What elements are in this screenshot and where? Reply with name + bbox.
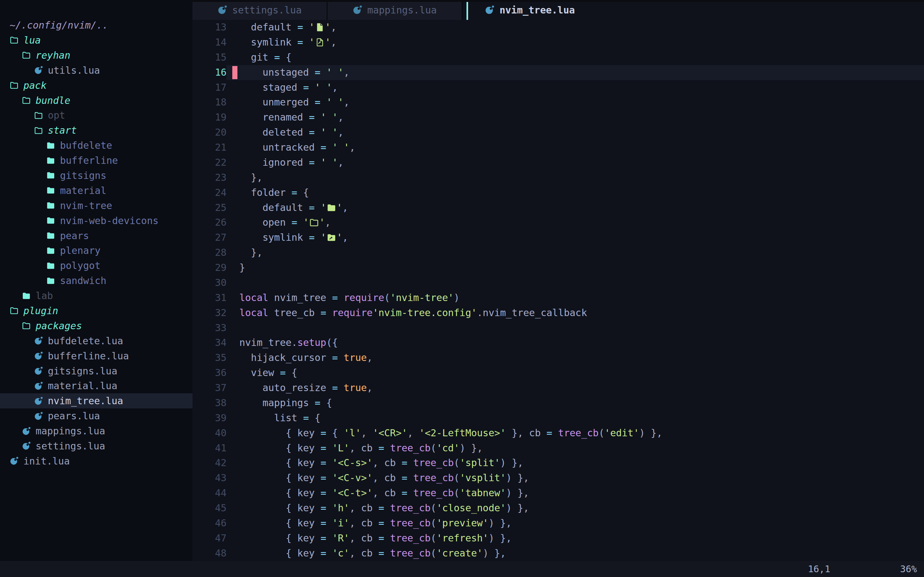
tree-item-start[interactable]: start <box>0 123 192 138</box>
tree-item-bufdelete.lua[interactable]: bufdelete.lua <box>0 334 192 348</box>
tree-item-material[interactable]: material <box>0 183 192 198</box>
tree-root-path[interactable]: ~/.config/nvim/.. <box>0 18 192 33</box>
tab-settings.lua[interactable]: settings.lua <box>192 0 328 20</box>
tree-item-lua[interactable]: lua <box>0 33 192 48</box>
code-line[interactable]: 19 renamed = ' ', <box>192 110 924 125</box>
code-line[interactable]: 38 mappings = { <box>192 396 924 411</box>
code-line[interactable]: 48 { key = 'c', cb = tree_cb('create') }… <box>192 546 924 561</box>
tree-item-label: init.lua <box>23 456 70 467</box>
tree-item-pears.lua[interactable]: pears.lua <box>0 408 192 424</box>
code-line[interactable]: 13 default = '', <box>192 20 924 35</box>
code-line[interactable]: 24 folder = { <box>192 185 924 200</box>
code-line[interactable]: 30 <box>192 276 924 290</box>
tree-item-utils.lua[interactable]: utils.lua <box>0 63 192 78</box>
tree-item-bufdelete[interactable]: bufdelete <box>0 138 192 153</box>
code-line[interactable]: 32local tree_cb = require'nvim-tree.conf… <box>192 306 924 321</box>
code-line[interactable]: 26 open = '', <box>192 215 924 230</box>
folder-icon <box>46 216 55 225</box>
file-icon <box>315 23 325 32</box>
tree-item-settings.lua[interactable]: settings.lua <box>0 438 192 454</box>
code-line[interactable]: 45 { key = 'h', cb = tree_cb('close_node… <box>192 501 924 516</box>
code-line[interactable]: 14 symlink = '', <box>192 35 924 50</box>
code-line[interactable]: 43 { key = '<C-v>', cb = tree_cb('vsplit… <box>192 471 924 486</box>
file-tree-sidebar: ~/.config/nvim/.. luareyhanutils.luapack… <box>0 0 192 561</box>
tree-item-bufferline[interactable]: bufferline <box>0 153 192 168</box>
code-line[interactable]: 21 untracked = ' ', <box>192 140 924 155</box>
code-line[interactable]: 40 { key = { 'l', '<CR>', '<2-LeftMouse>… <box>192 426 924 441</box>
folder-icon <box>46 186 55 195</box>
tree-item-init.lua[interactable]: init.lua <box>0 454 192 469</box>
tree-item-pack[interactable]: pack <box>0 78 192 93</box>
code-line[interactable]: 31local nvim_tree = require('nvim-tree') <box>192 290 924 306</box>
code-line[interactable]: 28 }, <box>192 245 924 260</box>
tree-item-nvim-tree[interactable]: nvim-tree <box>0 198 192 213</box>
code-line[interactable]: 35 hijack_cursor = true, <box>192 350 924 366</box>
code-line[interactable]: 33 <box>192 321 924 335</box>
line-number: 25 <box>192 200 226 215</box>
code-line[interactable]: 20 deleted = ' ', <box>192 125 924 140</box>
code-line[interactable]: 29} <box>192 260 924 276</box>
code-line[interactable]: 25 default = '', <box>192 200 924 215</box>
code-line[interactable]: 15 git = { <box>192 50 924 65</box>
tree-item-reyhan[interactable]: reyhan <box>0 48 192 63</box>
tree-item-nvim-web-devicons[interactable]: nvim-web-devicons <box>0 213 192 228</box>
lua-icon <box>22 442 31 450</box>
code-line[interactable]: 18 unmerged = ' ', <box>192 95 924 110</box>
lua-icon <box>34 366 43 376</box>
line-number: 42 <box>192 456 226 471</box>
scroll-percentage: 36% <box>900 564 917 574</box>
code-line[interactable]: 17 staged = ' ', <box>192 80 924 95</box>
folder-icon <box>46 231 55 240</box>
tree-item-lab[interactable]: lab <box>0 288 192 303</box>
tab-mappings.lua[interactable]: mappings.lua <box>328 0 463 20</box>
code-line[interactable]: 34nvim_tree.setup({ <box>192 335 924 350</box>
tree-item-bufferline.lua[interactable]: bufferline.lua <box>0 348 192 364</box>
tree-item-bundle[interactable]: bundle <box>0 93 192 108</box>
code-text: { key = 'h', cb = tree_cb('close_node') … <box>239 501 529 516</box>
code-line[interactable]: 41 { key = 'L', cb = tree_cb('cd') }, <box>192 441 924 456</box>
tab-nvim_tree.lua[interactable]: nvim_tree.lua <box>468 0 591 20</box>
tree-item-packages[interactable]: packages <box>0 318 192 334</box>
code-line[interactable]: 42 { key = '<C-s>', cb = tree_cb('split'… <box>192 456 924 471</box>
folder-open-icon <box>10 35 19 45</box>
tree-item-label: gitsigns <box>60 170 107 181</box>
code-line[interactable]: 23 }, <box>192 170 924 185</box>
line-number: 31 <box>192 290 226 306</box>
code-line[interactable]: 27 symlink = '', <box>192 230 924 245</box>
code-line[interactable]: 37 auto_resize = true, <box>192 380 924 396</box>
line-number: 18 <box>192 95 226 110</box>
tree-item-pears[interactable]: pears <box>0 228 192 243</box>
code-line[interactable]: 39 list = { <box>192 411 924 426</box>
tree-item-plugin[interactable]: plugin <box>0 303 192 318</box>
code-line[interactable]: 36 view = { <box>192 366 924 380</box>
line-number: 35 <box>192 350 226 366</box>
editor-buffer[interactable]: 13 default = '',14 symlink = '',15 git =… <box>192 20 924 561</box>
code-line[interactable]: 16 unstaged = ' ', <box>192 65 924 80</box>
tree-item-nvim_tree.lua[interactable]: nvim_tree.lua <box>0 393 192 408</box>
folder-icon <box>46 276 55 285</box>
line-number: 14 <box>192 35 226 50</box>
tree-item-polygot[interactable]: polygot <box>0 258 192 273</box>
code-line[interactable]: 46 { key = 'i', cb = tree_cb('preview') … <box>192 516 924 531</box>
tree-item-plenary[interactable]: plenary <box>0 243 192 258</box>
tree-item-label: sandwich <box>60 275 107 286</box>
code-text: nvim_tree.setup({ <box>239 335 338 350</box>
line-number: 44 <box>192 486 226 501</box>
tree-item-gitsigns.lua[interactable]: gitsigns.lua <box>0 364 192 379</box>
lua-icon <box>34 382 43 390</box>
line-number: 16 <box>192 65 226 80</box>
tree-item-opt[interactable]: opt <box>0 108 192 123</box>
tree-item-label: polygot <box>60 260 100 271</box>
code-text: symlink = '', <box>239 230 348 245</box>
code-line[interactable]: 44 { key = '<C-t>', cb = tree_cb('tabnew… <box>192 486 924 501</box>
line-number: 37 <box>192 380 226 396</box>
code-text: staged = ' ', <box>239 80 338 95</box>
line-number: 40 <box>192 426 226 441</box>
tree-item-gitsigns[interactable]: gitsigns <box>0 168 192 183</box>
code-line[interactable]: 47 { key = 'R', cb = tree_cb('refresh') … <box>192 531 924 546</box>
tree-item-mappings.lua[interactable]: mappings.lua <box>0 424 192 438</box>
tree-item-sandwich[interactable]: sandwich <box>0 273 192 288</box>
code-line[interactable]: 22 ignored = ' ', <box>192 155 924 170</box>
folder-icon <box>46 171 55 180</box>
tree-item-material.lua[interactable]: material.lua <box>0 378 192 393</box>
